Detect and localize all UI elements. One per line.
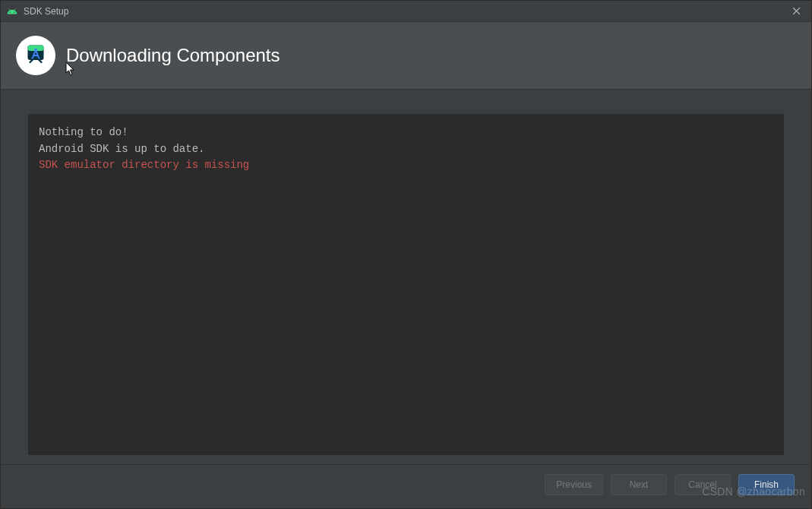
log-line: Nothing to do! xyxy=(39,125,773,141)
android-studio-logo xyxy=(16,36,55,75)
android-icon xyxy=(7,6,17,17)
finish-button[interactable]: Finish xyxy=(738,474,795,495)
log-console: Nothing to do!Android SDK is up to date.… xyxy=(28,114,784,455)
window-title: SDK Setup xyxy=(24,6,787,17)
close-button[interactable] xyxy=(787,2,805,21)
cancel-button[interactable]: Cancel xyxy=(675,474,731,495)
sdk-setup-window: SDK Setup Downloading Components Nothing… xyxy=(0,0,812,509)
close-icon xyxy=(792,7,801,15)
wizard-header: Downloading Components xyxy=(1,22,811,90)
next-button[interactable]: Next xyxy=(611,474,667,495)
wizard-button-bar: Previous Next Cancel Finish xyxy=(1,464,811,508)
log-line: Android SDK is up to date. xyxy=(39,141,773,158)
page-heading: Downloading Components xyxy=(66,45,280,66)
svg-point-2 xyxy=(34,49,37,52)
previous-button[interactable]: Previous xyxy=(545,474,603,495)
log-line-error: SDK emulator directory is missing xyxy=(39,157,773,174)
content-area: Nothing to do!Android SDK is up to date.… xyxy=(1,90,811,464)
titlebar: SDK Setup xyxy=(1,1,811,22)
